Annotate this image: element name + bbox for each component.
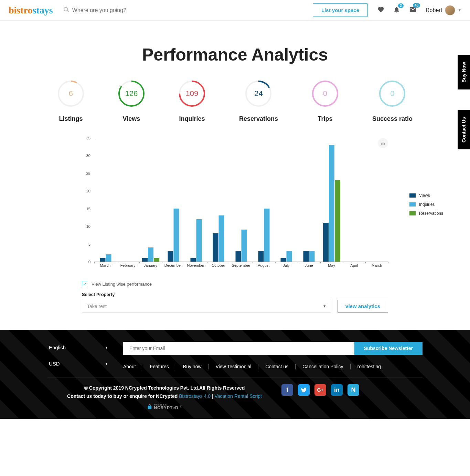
x-label: June [305,263,313,267]
bar-inquiries[interactable] [196,219,202,262]
bar-inquiries[interactable] [148,247,153,262]
bar-group-march [100,254,111,262]
stat-trips: 0 Trips [312,80,339,123]
footer-link-cancellation-policy[interactable]: Cancellation Policy [296,364,350,369]
facebook-icon[interactable]: f [281,384,293,396]
legend-item-inquiries[interactable]: Inquiries [409,202,443,207]
x-label: November [187,263,205,267]
copyright: © Copyright 2019 NCrypted Technologies P… [47,384,281,410]
legend-item-reservations[interactable]: Reservations [409,211,443,216]
bar-views[interactable] [213,233,218,262]
svg-point-0 [64,7,68,11]
chevron-down-icon: ▼ [105,362,108,366]
bar-views[interactable] [142,258,148,262]
checkbox-label: View Listing wise performance [92,282,152,287]
listing-wise-checkbox[interactable]: ✓ [82,281,88,287]
notif-badge: 2 [398,3,404,8]
chart-area: 05101520253035 MarchFebruaryJanuaryDecem… [82,138,388,269]
copyright-text: © Copyright 2019 NCrypted Technologies P… [47,384,281,392]
bar-group-november [190,219,202,262]
footer-links: AboutFeaturesBuy nowView TestimonialCont… [123,364,423,369]
footer-link-contact-us[interactable]: Contact us [258,364,296,369]
chart-section: 05101520253035 MarchFebruaryJanuaryDecem… [41,138,429,269]
ncrypted-icon[interactable]: N [348,384,359,396]
logo-part1: bistro [9,5,33,15]
select-value: Take rest [87,304,107,309]
list-space-button[interactable]: List your space [313,3,368,17]
bar-group-january [142,247,159,262]
bar-inquiries[interactable] [309,251,315,262]
header-icons: 2 43 Robert ▼ [377,5,461,15]
property-select[interactable]: Take rest ▼ [82,300,331,313]
logo-part2: stays [33,5,53,15]
stat-inquiries: 109 Inquiries [179,80,205,123]
notifications-icon[interactable]: 2 [393,6,400,14]
language-select[interactable]: English ▼ [47,342,109,353]
messages-icon[interactable]: 43 [409,6,417,15]
ncrypted-badge[interactable]: this site is a NCRYPTeD ® [47,403,281,410]
footer-link-features[interactable]: Features [143,364,176,369]
bar-group-september [236,230,247,262]
legend-item-views[interactable]: Views [409,193,443,198]
select-label: Select Property [82,292,388,297]
bar-views[interactable] [281,258,286,262]
favorites-icon[interactable] [377,6,384,14]
sep: | [211,393,214,399]
chevron-down-icon: ▼ [323,304,326,308]
footer-link-about[interactable]: About [123,364,143,369]
view-analytics-button[interactable]: view analytics [338,300,388,313]
x-label: April [350,263,358,267]
bar-views[interactable] [323,223,329,262]
subscribe-button[interactable]: Subscribe Newsletter [354,342,423,355]
buy-now-tab[interactable]: Buy Now [458,55,470,89]
bar-group-july [281,251,292,262]
bar-views[interactable] [100,258,105,262]
vacation-rental-link[interactable]: Vacation Rental Script [214,393,261,399]
x-label: August [258,263,269,267]
bar-reservations[interactable] [154,258,159,262]
bar-inquiries[interactable] [287,251,292,262]
logo[interactable]: bistrostays [9,5,53,16]
search-wrap [63,7,313,14]
svg-line-1 [67,10,69,12]
search-icon [63,7,70,14]
linkedin-icon[interactable]: in [331,384,343,396]
bar-reservations[interactable] [335,180,340,262]
googleplus-icon[interactable]: G+ [314,384,326,396]
stats-row: 6 Listings 126 Views 109 Inquiries 24 [41,80,429,123]
x-label: October [212,263,225,267]
footer-link-buy-now[interactable]: Buy now [176,364,209,369]
user-menu[interactable]: Robert ▼ [426,5,461,15]
bar-inquiries[interactable] [242,230,247,262]
bar-inquiries[interactable] [219,215,224,262]
footer-link-rohittesting[interactable]: rohittesting [351,364,388,369]
bar-group-october [213,215,224,262]
legend: ViewsInquiriesReservations [409,193,443,220]
bar-group-june [303,251,315,262]
email-input[interactable] [123,342,354,355]
bar-inquiries[interactable] [106,254,111,262]
bar-inquiries[interactable] [329,145,334,262]
bar-views[interactable] [190,258,196,262]
stat-views: 126 Views [118,80,145,123]
bar-views[interactable] [258,251,264,262]
ncrypted-text2: NCRYPTeD [154,406,178,410]
x-label: January [144,263,157,267]
x-label: February [120,263,136,267]
bar-inquiries[interactable] [173,209,179,262]
language-value: English [49,345,66,350]
bar-views[interactable] [236,251,241,262]
bar-group-december [168,209,179,262]
x-label: July [283,263,290,267]
bar-views[interactable] [168,251,173,262]
stat-listings: 6 Listings [57,80,84,123]
currency-select[interactable]: USD ▼ [47,358,109,369]
bar-inquiries[interactable] [264,209,269,262]
bar-views[interactable] [303,251,309,262]
search-input[interactable] [72,7,175,13]
twitter-icon[interactable] [298,384,310,396]
bistrostays-link[interactable]: Bistrostays 4.0 [179,393,211,399]
contact-us-tab[interactable]: Contact Us [458,110,470,149]
footer-link-view-testimonial[interactable]: View Testimonial [209,364,259,369]
bar-group-may [323,145,340,262]
